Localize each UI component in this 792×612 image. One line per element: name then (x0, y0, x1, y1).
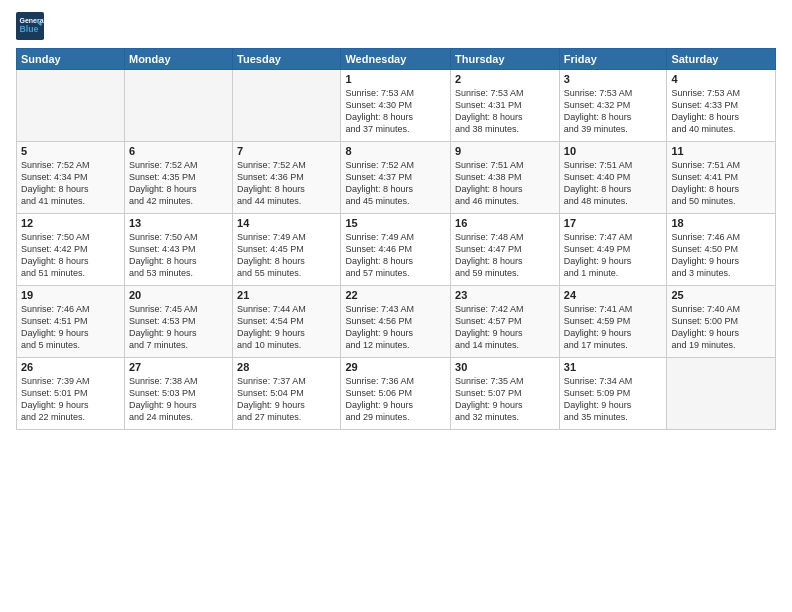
day-info: Sunrise: 7:50 AM Sunset: 4:42 PM Dayligh… (21, 231, 120, 280)
day-info: Sunrise: 7:38 AM Sunset: 5:03 PM Dayligh… (129, 375, 228, 424)
day-number: 30 (455, 361, 555, 373)
weekday-header-row: SundayMondayTuesdayWednesdayThursdayFrid… (17, 49, 776, 70)
logo: General Blue (16, 12, 48, 40)
logo-icon: General Blue (16, 12, 44, 40)
week-row-1: 1Sunrise: 7:53 AM Sunset: 4:30 PM Daylig… (17, 70, 776, 142)
day-info: Sunrise: 7:41 AM Sunset: 4:59 PM Dayligh… (564, 303, 663, 352)
svg-text:Blue: Blue (20, 24, 39, 34)
day-info: Sunrise: 7:34 AM Sunset: 5:09 PM Dayligh… (564, 375, 663, 424)
calendar-cell: 10Sunrise: 7:51 AM Sunset: 4:40 PM Dayli… (559, 142, 667, 214)
day-info: Sunrise: 7:42 AM Sunset: 4:57 PM Dayligh… (455, 303, 555, 352)
calendar-cell: 31Sunrise: 7:34 AM Sunset: 5:09 PM Dayli… (559, 358, 667, 430)
day-info: Sunrise: 7:53 AM Sunset: 4:30 PM Dayligh… (345, 87, 446, 136)
day-info: Sunrise: 7:44 AM Sunset: 4:54 PM Dayligh… (237, 303, 336, 352)
calendar-cell: 21Sunrise: 7:44 AM Sunset: 4:54 PM Dayli… (233, 286, 341, 358)
day-number: 15 (345, 217, 446, 229)
calendar-cell: 11Sunrise: 7:51 AM Sunset: 4:41 PM Dayli… (667, 142, 776, 214)
calendar-cell: 24Sunrise: 7:41 AM Sunset: 4:59 PM Dayli… (559, 286, 667, 358)
weekday-header-saturday: Saturday (667, 49, 776, 70)
day-number: 6 (129, 145, 228, 157)
day-info: Sunrise: 7:37 AM Sunset: 5:04 PM Dayligh… (237, 375, 336, 424)
day-info: Sunrise: 7:49 AM Sunset: 4:46 PM Dayligh… (345, 231, 446, 280)
day-number: 22 (345, 289, 446, 301)
day-number: 19 (21, 289, 120, 301)
day-number: 28 (237, 361, 336, 373)
day-number: 5 (21, 145, 120, 157)
day-info: Sunrise: 7:51 AM Sunset: 4:41 PM Dayligh… (671, 159, 771, 208)
weekday-header-thursday: Thursday (451, 49, 560, 70)
calendar-cell: 4Sunrise: 7:53 AM Sunset: 4:33 PM Daylig… (667, 70, 776, 142)
day-info: Sunrise: 7:47 AM Sunset: 4:49 PM Dayligh… (564, 231, 663, 280)
calendar-cell: 2Sunrise: 7:53 AM Sunset: 4:31 PM Daylig… (451, 70, 560, 142)
weekday-header-tuesday: Tuesday (233, 49, 341, 70)
day-info: Sunrise: 7:52 AM Sunset: 4:35 PM Dayligh… (129, 159, 228, 208)
calendar-cell: 30Sunrise: 7:35 AM Sunset: 5:07 PM Dayli… (451, 358, 560, 430)
calendar-cell (17, 70, 125, 142)
calendar-cell: 13Sunrise: 7:50 AM Sunset: 4:43 PM Dayli… (124, 214, 232, 286)
calendar-cell: 27Sunrise: 7:38 AM Sunset: 5:03 PM Dayli… (124, 358, 232, 430)
day-info: Sunrise: 7:51 AM Sunset: 4:38 PM Dayligh… (455, 159, 555, 208)
calendar-cell: 29Sunrise: 7:36 AM Sunset: 5:06 PM Dayli… (341, 358, 451, 430)
day-number: 14 (237, 217, 336, 229)
calendar-cell: 16Sunrise: 7:48 AM Sunset: 4:47 PM Dayli… (451, 214, 560, 286)
calendar-cell: 9Sunrise: 7:51 AM Sunset: 4:38 PM Daylig… (451, 142, 560, 214)
day-info: Sunrise: 7:52 AM Sunset: 4:37 PM Dayligh… (345, 159, 446, 208)
day-number: 31 (564, 361, 663, 373)
day-number: 29 (345, 361, 446, 373)
day-number: 1 (345, 73, 446, 85)
calendar-cell: 23Sunrise: 7:42 AM Sunset: 4:57 PM Dayli… (451, 286, 560, 358)
day-info: Sunrise: 7:52 AM Sunset: 4:36 PM Dayligh… (237, 159, 336, 208)
calendar-cell: 5Sunrise: 7:52 AM Sunset: 4:34 PM Daylig… (17, 142, 125, 214)
day-number: 18 (671, 217, 771, 229)
calendar-cell: 26Sunrise: 7:39 AM Sunset: 5:01 PM Dayli… (17, 358, 125, 430)
calendar-cell: 12Sunrise: 7:50 AM Sunset: 4:42 PM Dayli… (17, 214, 125, 286)
day-number: 17 (564, 217, 663, 229)
day-info: Sunrise: 7:53 AM Sunset: 4:33 PM Dayligh… (671, 87, 771, 136)
day-info: Sunrise: 7:36 AM Sunset: 5:06 PM Dayligh… (345, 375, 446, 424)
day-number: 10 (564, 145, 663, 157)
day-number: 23 (455, 289, 555, 301)
day-info: Sunrise: 7:50 AM Sunset: 4:43 PM Dayligh… (129, 231, 228, 280)
calendar-cell (667, 358, 776, 430)
day-info: Sunrise: 7:46 AM Sunset: 4:50 PM Dayligh… (671, 231, 771, 280)
day-info: Sunrise: 7:52 AM Sunset: 4:34 PM Dayligh… (21, 159, 120, 208)
day-number: 16 (455, 217, 555, 229)
day-info: Sunrise: 7:53 AM Sunset: 4:32 PM Dayligh… (564, 87, 663, 136)
day-info: Sunrise: 7:40 AM Sunset: 5:00 PM Dayligh… (671, 303, 771, 352)
day-info: Sunrise: 7:49 AM Sunset: 4:45 PM Dayligh… (237, 231, 336, 280)
header: General Blue (16, 12, 776, 40)
calendar-cell: 15Sunrise: 7:49 AM Sunset: 4:46 PM Dayli… (341, 214, 451, 286)
day-info: Sunrise: 7:48 AM Sunset: 4:47 PM Dayligh… (455, 231, 555, 280)
weekday-header-monday: Monday (124, 49, 232, 70)
calendar-table: SundayMondayTuesdayWednesdayThursdayFrid… (16, 48, 776, 430)
day-number: 11 (671, 145, 771, 157)
calendar-cell (233, 70, 341, 142)
calendar-cell: 14Sunrise: 7:49 AM Sunset: 4:45 PM Dayli… (233, 214, 341, 286)
calendar-cell (124, 70, 232, 142)
day-number: 27 (129, 361, 228, 373)
day-info: Sunrise: 7:43 AM Sunset: 4:56 PM Dayligh… (345, 303, 446, 352)
day-number: 13 (129, 217, 228, 229)
day-number: 26 (21, 361, 120, 373)
weekday-header-wednesday: Wednesday (341, 49, 451, 70)
day-number: 21 (237, 289, 336, 301)
day-number: 2 (455, 73, 555, 85)
calendar-cell: 22Sunrise: 7:43 AM Sunset: 4:56 PM Dayli… (341, 286, 451, 358)
weekday-header-sunday: Sunday (17, 49, 125, 70)
calendar-cell: 7Sunrise: 7:52 AM Sunset: 4:36 PM Daylig… (233, 142, 341, 214)
calendar-cell: 17Sunrise: 7:47 AM Sunset: 4:49 PM Dayli… (559, 214, 667, 286)
day-number: 20 (129, 289, 228, 301)
calendar-cell: 3Sunrise: 7:53 AM Sunset: 4:32 PM Daylig… (559, 70, 667, 142)
day-number: 7 (237, 145, 336, 157)
day-info: Sunrise: 7:39 AM Sunset: 5:01 PM Dayligh… (21, 375, 120, 424)
calendar-cell: 19Sunrise: 7:46 AM Sunset: 4:51 PM Dayli… (17, 286, 125, 358)
calendar-cell: 6Sunrise: 7:52 AM Sunset: 4:35 PM Daylig… (124, 142, 232, 214)
day-number: 3 (564, 73, 663, 85)
day-number: 9 (455, 145, 555, 157)
week-row-3: 12Sunrise: 7:50 AM Sunset: 4:42 PM Dayli… (17, 214, 776, 286)
calendar-cell: 28Sunrise: 7:37 AM Sunset: 5:04 PM Dayli… (233, 358, 341, 430)
calendar-cell: 20Sunrise: 7:45 AM Sunset: 4:53 PM Dayli… (124, 286, 232, 358)
week-row-2: 5Sunrise: 7:52 AM Sunset: 4:34 PM Daylig… (17, 142, 776, 214)
calendar-cell: 8Sunrise: 7:52 AM Sunset: 4:37 PM Daylig… (341, 142, 451, 214)
calendar-cell: 18Sunrise: 7:46 AM Sunset: 4:50 PM Dayli… (667, 214, 776, 286)
